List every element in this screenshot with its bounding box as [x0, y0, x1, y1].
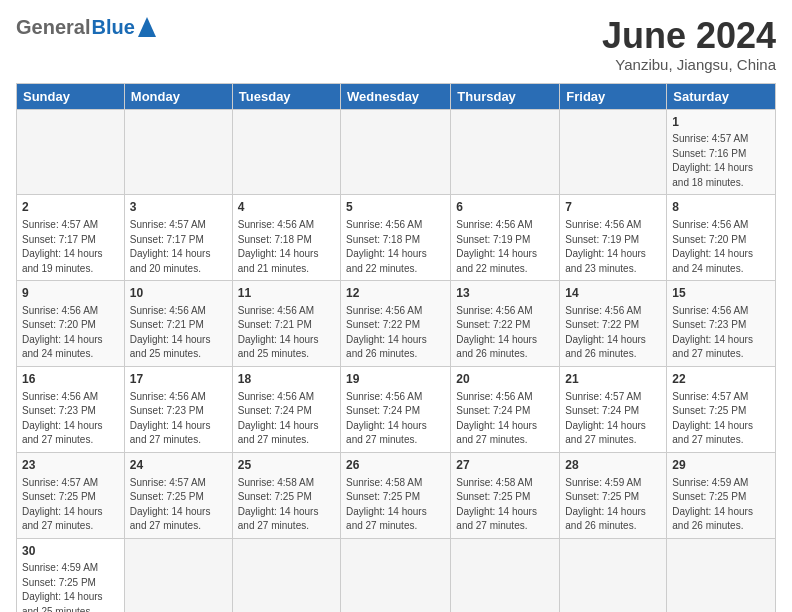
day-info: Sunrise: 4:56 AM Sunset: 7:23 PM Dayligh… [22, 390, 119, 448]
calendar-week-row: 30Sunrise: 4:59 AM Sunset: 7:25 PM Dayli… [17, 538, 776, 612]
day-number: 18 [238, 371, 335, 388]
calendar-day-header: Thursday [451, 83, 560, 109]
logo-text: General Blue [16, 16, 156, 39]
calendar-header-row: SundayMondayTuesdayWednesdayThursdayFrid… [17, 83, 776, 109]
calendar-day-cell [124, 538, 232, 612]
day-number: 12 [346, 285, 445, 302]
calendar-day-cell [341, 538, 451, 612]
day-info: Sunrise: 4:56 AM Sunset: 7:19 PM Dayligh… [565, 218, 661, 276]
calendar-table: SundayMondayTuesdayWednesdayThursdayFrid… [16, 83, 776, 612]
calendar-day-cell: 6Sunrise: 4:56 AM Sunset: 7:19 PM Daylig… [451, 195, 560, 281]
logo-blue-text: Blue [91, 16, 134, 39]
day-number: 14 [565, 285, 661, 302]
logo-triangle-icon [138, 17, 156, 41]
logo: General Blue [16, 16, 156, 39]
calendar-day-header: Sunday [17, 83, 125, 109]
day-info: Sunrise: 4:56 AM Sunset: 7:22 PM Dayligh… [565, 304, 661, 362]
day-number: 8 [672, 199, 770, 216]
day-number: 5 [346, 199, 445, 216]
day-number: 1 [672, 114, 770, 131]
day-info: Sunrise: 4:56 AM Sunset: 7:24 PM Dayligh… [346, 390, 445, 448]
day-number: 20 [456, 371, 554, 388]
calendar-day-cell [232, 109, 340, 195]
day-info: Sunrise: 4:56 AM Sunset: 7:24 PM Dayligh… [238, 390, 335, 448]
day-info: Sunrise: 4:59 AM Sunset: 7:25 PM Dayligh… [22, 561, 119, 612]
day-info: Sunrise: 4:56 AM Sunset: 7:19 PM Dayligh… [456, 218, 554, 276]
day-number: 19 [346, 371, 445, 388]
calendar-day-cell: 27Sunrise: 4:58 AM Sunset: 7:25 PM Dayli… [451, 452, 560, 538]
calendar-day-cell: 14Sunrise: 4:56 AM Sunset: 7:22 PM Dayli… [560, 281, 667, 367]
day-info: Sunrise: 4:57 AM Sunset: 7:17 PM Dayligh… [130, 218, 227, 276]
day-number: 2 [22, 199, 119, 216]
calendar-day-cell: 18Sunrise: 4:56 AM Sunset: 7:24 PM Dayli… [232, 366, 340, 452]
day-info: Sunrise: 4:56 AM Sunset: 7:21 PM Dayligh… [130, 304, 227, 362]
day-number: 22 [672, 371, 770, 388]
day-number: 7 [565, 199, 661, 216]
day-number: 3 [130, 199, 227, 216]
day-info: Sunrise: 4:59 AM Sunset: 7:25 PM Dayligh… [672, 476, 770, 534]
day-number: 21 [565, 371, 661, 388]
calendar-day-cell: 16Sunrise: 4:56 AM Sunset: 7:23 PM Dayli… [17, 366, 125, 452]
calendar-day-cell: 28Sunrise: 4:59 AM Sunset: 7:25 PM Dayli… [560, 452, 667, 538]
calendar-day-cell: 25Sunrise: 4:58 AM Sunset: 7:25 PM Dayli… [232, 452, 340, 538]
logo-general-text: General [16, 16, 90, 39]
day-number: 10 [130, 285, 227, 302]
day-number: 9 [22, 285, 119, 302]
day-number: 27 [456, 457, 554, 474]
day-info: Sunrise: 4:56 AM Sunset: 7:20 PM Dayligh… [22, 304, 119, 362]
day-info: Sunrise: 4:56 AM Sunset: 7:24 PM Dayligh… [456, 390, 554, 448]
day-info: Sunrise: 4:58 AM Sunset: 7:25 PM Dayligh… [238, 476, 335, 534]
day-info: Sunrise: 4:56 AM Sunset: 7:21 PM Dayligh… [238, 304, 335, 362]
day-info: Sunrise: 4:56 AM Sunset: 7:23 PM Dayligh… [130, 390, 227, 448]
calendar-day-cell: 15Sunrise: 4:56 AM Sunset: 7:23 PM Dayli… [667, 281, 776, 367]
calendar-day-cell [124, 109, 232, 195]
calendar-day-cell [451, 538, 560, 612]
day-info: Sunrise: 4:57 AM Sunset: 7:25 PM Dayligh… [22, 476, 119, 534]
day-info: Sunrise: 4:57 AM Sunset: 7:25 PM Dayligh… [130, 476, 227, 534]
calendar-day-cell [17, 109, 125, 195]
day-info: Sunrise: 4:56 AM Sunset: 7:18 PM Dayligh… [238, 218, 335, 276]
calendar-day-cell: 3Sunrise: 4:57 AM Sunset: 7:17 PM Daylig… [124, 195, 232, 281]
day-info: Sunrise: 4:56 AM Sunset: 7:20 PM Dayligh… [672, 218, 770, 276]
header: General Blue June 2024 Yanzibu, Jiangsu,… [16, 16, 776, 73]
calendar-day-cell: 29Sunrise: 4:59 AM Sunset: 7:25 PM Dayli… [667, 452, 776, 538]
calendar-day-header: Tuesday [232, 83, 340, 109]
calendar-day-cell: 20Sunrise: 4:56 AM Sunset: 7:24 PM Dayli… [451, 366, 560, 452]
calendar-day-cell: 13Sunrise: 4:56 AM Sunset: 7:22 PM Dayli… [451, 281, 560, 367]
calendar-day-header: Saturday [667, 83, 776, 109]
day-info: Sunrise: 4:59 AM Sunset: 7:25 PM Dayligh… [565, 476, 661, 534]
day-info: Sunrise: 4:56 AM Sunset: 7:22 PM Dayligh… [346, 304, 445, 362]
calendar-day-cell [451, 109, 560, 195]
title-area: June 2024 Yanzibu, Jiangsu, China [602, 16, 776, 73]
calendar-day-cell: 11Sunrise: 4:56 AM Sunset: 7:21 PM Dayli… [232, 281, 340, 367]
calendar-day-header: Friday [560, 83, 667, 109]
calendar-day-cell: 21Sunrise: 4:57 AM Sunset: 7:24 PM Dayli… [560, 366, 667, 452]
calendar-day-cell: 10Sunrise: 4:56 AM Sunset: 7:21 PM Dayli… [124, 281, 232, 367]
calendar-day-cell: 22Sunrise: 4:57 AM Sunset: 7:25 PM Dayli… [667, 366, 776, 452]
calendar-day-cell: 5Sunrise: 4:56 AM Sunset: 7:18 PM Daylig… [341, 195, 451, 281]
calendar-day-cell [560, 109, 667, 195]
location: Yanzibu, Jiangsu, China [602, 56, 776, 73]
day-number: 25 [238, 457, 335, 474]
calendar-week-row: 23Sunrise: 4:57 AM Sunset: 7:25 PM Dayli… [17, 452, 776, 538]
calendar-day-cell: 1Sunrise: 4:57 AM Sunset: 7:16 PM Daylig… [667, 109, 776, 195]
calendar-day-cell: 8Sunrise: 4:56 AM Sunset: 7:20 PM Daylig… [667, 195, 776, 281]
day-number: 4 [238, 199, 335, 216]
calendar-day-cell: 23Sunrise: 4:57 AM Sunset: 7:25 PM Dayli… [17, 452, 125, 538]
calendar-day-cell [560, 538, 667, 612]
day-number: 29 [672, 457, 770, 474]
calendar-day-cell: 12Sunrise: 4:56 AM Sunset: 7:22 PM Dayli… [341, 281, 451, 367]
day-info: Sunrise: 4:56 AM Sunset: 7:18 PM Dayligh… [346, 218, 445, 276]
day-number: 24 [130, 457, 227, 474]
calendar-week-row: 1Sunrise: 4:57 AM Sunset: 7:16 PM Daylig… [17, 109, 776, 195]
calendar-week-row: 2Sunrise: 4:57 AM Sunset: 7:17 PM Daylig… [17, 195, 776, 281]
day-number: 28 [565, 457, 661, 474]
day-number: 30 [22, 543, 119, 560]
month-title: June 2024 [602, 16, 776, 56]
day-number: 17 [130, 371, 227, 388]
svg-marker-0 [138, 17, 156, 37]
calendar-day-cell: 26Sunrise: 4:58 AM Sunset: 7:25 PM Dayli… [341, 452, 451, 538]
calendar-day-cell: 19Sunrise: 4:56 AM Sunset: 7:24 PM Dayli… [341, 366, 451, 452]
calendar-day-cell [667, 538, 776, 612]
page: General Blue June 2024 Yanzibu, Jiangsu,… [0, 0, 792, 612]
